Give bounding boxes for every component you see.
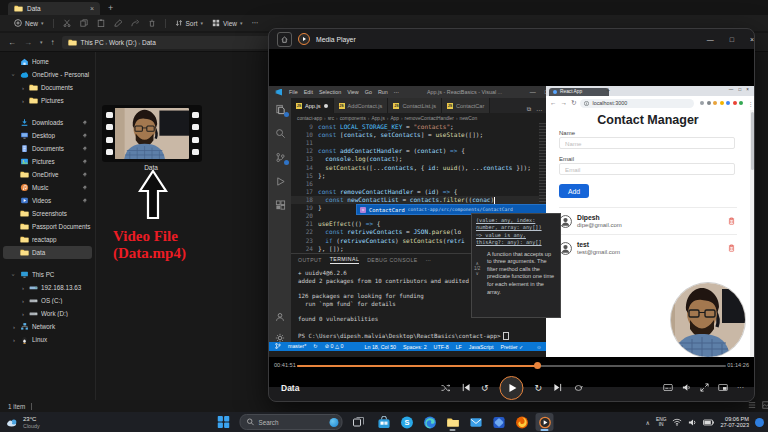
status-spaces[interactable]: Spaces: 2: [403, 344, 427, 350]
status-javascript[interactable]: JavaScript: [469, 344, 494, 350]
skip-forward-icon[interactable]: ↻: [535, 383, 543, 393]
media-player-taskbar-icon[interactable]: [536, 413, 554, 431]
wifi-icon[interactable]: [672, 418, 682, 426]
fullscreen-icon[interactable]: [700, 383, 709, 392]
copy-icon[interactable]: [80, 19, 88, 27]
breadcrumb-item-work-d[interactable]: Work (D:): [109, 39, 137, 46]
shuffle-icon[interactable]: [440, 384, 450, 392]
chevron-icon[interactable]: ›: [11, 324, 17, 330]
menu-[interactable]: ⋯: [394, 89, 399, 95]
git-branch[interactable]: master*: [288, 343, 306, 350]
task-view-button[interactable]: [350, 413, 368, 431]
crumb-contact-app[interactable]: contact-app: [297, 116, 322, 121]
status-ln[interactable]: Ln 18, Col 50: [365, 344, 397, 350]
crumb-components[interactable]: components: [340, 116, 366, 121]
more-options-button[interactable]: ⋯: [251, 19, 258, 27]
sidebar-item-linux[interactable]: ›Linux: [3, 333, 92, 346]
explorer-taskbar-icon[interactable]: [444, 413, 462, 431]
feedback-icon[interactable]: ☺: [536, 344, 541, 350]
menu-go[interactable]: Go: [365, 89, 372, 95]
sidebar-item-downloads[interactable]: Downloads: [3, 116, 92, 129]
edge-taskbar-icon[interactable]: [421, 413, 439, 431]
sidebar-item-screenshots[interactable]: Screenshots: [3, 207, 92, 220]
chevron-icon[interactable]: ›: [20, 85, 26, 91]
details-view-icon[interactable]: [748, 401, 756, 409]
run-debug-icon[interactable]: [275, 176, 286, 187]
browser-window-controls[interactable]: — □ ×: [729, 87, 751, 92]
media-player-titlebar[interactable]: Media Player — □ ×: [269, 29, 755, 49]
source-control-icon[interactable]: [275, 152, 286, 163]
mail-taskbar-icon[interactable]: [467, 413, 485, 431]
breadcrumb-item-this-pc[interactable]: This PC: [81, 39, 104, 46]
breadcrumb-item-data[interactable]: Data: [142, 39, 156, 46]
browser-tab[interactable]: React App: [549, 88, 609, 97]
vscode-breadcrumb[interactable]: contact-app›src›components›App.js›App›re…: [291, 113, 552, 123]
close-button[interactable]: ×: [750, 36, 754, 43]
rename-icon[interactable]: [114, 19, 122, 27]
cut-icon[interactable]: [63, 19, 71, 27]
code-line-15[interactable]: 15};: [291, 172, 546, 180]
sidebar-item-this-pc[interactable]: ›This PC: [3, 268, 92, 281]
sidebar-item-documents[interactable]: ›Documents: [3, 81, 92, 94]
seek-knob[interactable]: [534, 362, 541, 369]
seek-track[interactable]: [297, 365, 726, 367]
subtitles-icon[interactable]: [663, 384, 673, 391]
chevron-icon[interactable]: ›: [20, 285, 26, 291]
previous-track-icon[interactable]: [461, 383, 470, 392]
panel-more-icon[interactable]: ⋯: [426, 257, 432, 263]
code-line-11[interactable]: 11: [291, 139, 546, 147]
seek-bar[interactable]: 00:41:51 01:14:26: [269, 359, 754, 373]
search-icon[interactable]: [275, 128, 286, 139]
repeat-icon[interactable]: [573, 384, 583, 392]
editor-tab-contactcar[interactable]: JSContactCar: [442, 98, 490, 113]
menu-edit[interactable]: Edit: [304, 89, 313, 95]
next-track-icon[interactable]: [553, 383, 562, 392]
view-button[interactable]: View▾: [212, 19, 243, 27]
photos-taskbar-icon[interactable]: [490, 413, 508, 431]
editor-tab-contactlist-js[interactable]: JSContactList.js: [388, 98, 442, 113]
back-icon[interactable]: ←: [8, 38, 16, 47]
panel-tab-terminal[interactable]: TERMINAL: [330, 256, 359, 264]
recent-locations-icon[interactable]: ▾: [40, 39, 43, 45]
address-bar[interactable]: localhost:3000: [580, 99, 694, 108]
extensions-icon[interactable]: [275, 200, 286, 211]
forward-icon[interactable]: →: [24, 38, 32, 47]
code-line-9[interactable]: 9const LOCAL_STORAGE_KEY = "contacts";: [291, 123, 546, 131]
back-icon[interactable]: ←: [550, 99, 557, 107]
code-line-10[interactable]: 10const [contacts, setContacts] = useSta…: [291, 131, 546, 139]
video-playback-area[interactable]: FileEditSelectionViewGoRun⋯ App.js - Rea…: [269, 49, 754, 387]
chevron-icon[interactable]: ›: [11, 337, 17, 343]
browser-scrollbar[interactable]: [750, 110, 754, 357]
taskbar-search[interactable]: Search: [240, 414, 343, 430]
sidebar-item-videos[interactable]: Videos: [3, 194, 92, 207]
more-options-icon[interactable]: ···: [737, 384, 744, 391]
store-taskbar-icon[interactable]: [375, 413, 393, 431]
code-line-14[interactable]: 14 setContacts([...contacts, { id: uuid(…: [291, 164, 546, 172]
sidebar-item-os-c[interactable]: ›OS (C:): [3, 294, 92, 307]
tray-overflow-chevron[interactable]: ∧: [646, 419, 650, 426]
play-button[interactable]: [500, 376, 524, 400]
sidebar-item-documents[interactable]: Documents: [3, 142, 92, 155]
sort-button[interactable]: Sort▾: [175, 19, 203, 27]
panel-tab-output[interactable]: OUTPUT: [298, 257, 322, 263]
delete-icon[interactable]: [148, 19, 156, 27]
chevron-icon[interactable]: ›: [20, 98, 26, 104]
sidebar-item-network[interactable]: ›Network: [3, 320, 92, 333]
email-input[interactable]: [559, 163, 735, 175]
sidebar-item-passport-documents[interactable]: Passport Documents: [3, 220, 92, 233]
code-line-12[interactable]: 12const addContactHandler = (contact) =>…: [291, 147, 546, 155]
split-editor-icon[interactable]: ⧉: [527, 106, 531, 113]
branch-icon[interactable]: [275, 343, 281, 350]
sidebar-item-pictures[interactable]: Pictures: [3, 155, 92, 168]
reload-icon[interactable]: ↻: [571, 99, 576, 107]
chevron-icon[interactable]: ›: [11, 272, 17, 278]
crumb-removecontacthandler[interactable]: removeContactHandler: [405, 116, 454, 121]
sidebar-item-reactapp[interactable]: reactapp: [3, 233, 92, 246]
chevron-icon[interactable]: ›: [11, 72, 17, 78]
maximize-button[interactable]: □: [730, 36, 734, 43]
menu-view[interactable]: View: [347, 89, 359, 95]
chevron-icon[interactable]: ›: [20, 311, 26, 317]
volume-icon[interactable]: [682, 383, 691, 392]
close-tab-icon[interactable]: ×: [90, 5, 94, 12]
weather-widget[interactable]: 23°C Cloudy: [6, 416, 40, 429]
